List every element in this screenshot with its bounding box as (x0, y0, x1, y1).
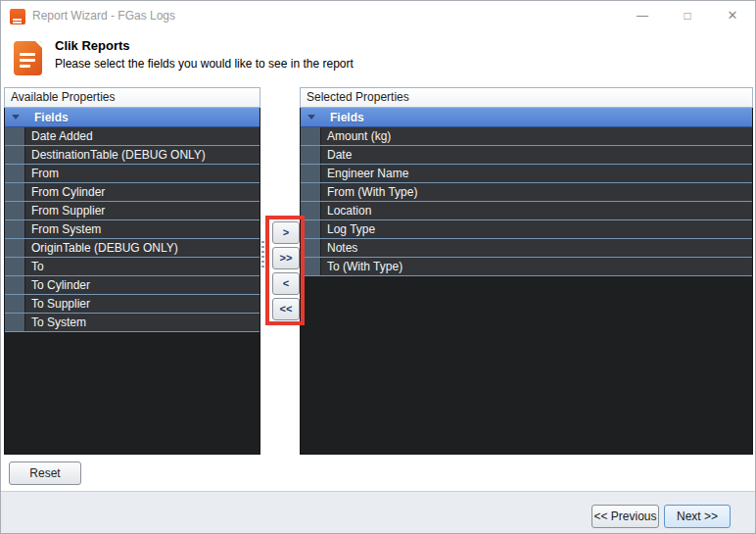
list-item[interactable]: Engineer Name (301, 165, 752, 183)
empty-area (301, 276, 752, 454)
maximize-button[interactable]: □ (665, 1, 710, 30)
next-button[interactable]: Next >> (664, 505, 731, 528)
page-subtitle: Please select the fields you would like … (55, 57, 354, 71)
report-document-icon (14, 41, 42, 75)
list-item[interactable]: OriginTable (DEBUG ONLY) (5, 239, 260, 258)
list-item[interactable]: Notes (301, 239, 752, 258)
fields-group-row[interactable]: Fields (5, 108, 260, 127)
move-right-button[interactable]: > (272, 221, 300, 244)
transfer-buttons: > >> < << (272, 221, 300, 320)
list-item[interactable]: From System (5, 220, 260, 239)
list-item[interactable]: To (5, 258, 260, 276)
move-all-right-button[interactable]: >> (272, 247, 300, 269)
wizard-header: Clik Reports Please select the fields yo… (1, 30, 755, 85)
minimize-button[interactable]: — (620, 1, 665, 30)
list-item[interactable]: To Cylinder (5, 276, 260, 295)
page-title: Clik Reports (55, 38, 130, 53)
empty-area (5, 332, 260, 454)
list-item[interactable]: From (5, 165, 260, 183)
list-item[interactable]: Date (301, 146, 752, 165)
available-properties-panel: Available Properties Fields Date Added D… (4, 87, 260, 455)
list-item[interactable]: To System (5, 314, 260, 332)
previous-button[interactable]: << Previous (591, 505, 659, 528)
group-label: Fields (321, 111, 364, 124)
list-item[interactable]: From Cylinder (5, 183, 260, 202)
splitter-grip[interactable] (261, 241, 264, 269)
app-logo-icon (10, 9, 25, 24)
available-properties-list: Fields Date Added DestinationTable (DEBU… (4, 108, 260, 455)
selected-properties-panel: Selected Properties Fields Amount (kg) D… (300, 87, 753, 455)
available-properties-header: Available Properties (4, 87, 260, 108)
list-item[interactable]: Location (301, 202, 752, 220)
list-item[interactable]: Amount (kg) (301, 127, 752, 146)
list-item[interactable]: Log Type (301, 220, 752, 239)
reset-button[interactable]: Reset (9, 461, 81, 485)
selected-properties-header: Selected Properties (300, 87, 753, 108)
fields-group-row[interactable]: Fields (301, 108, 752, 127)
window-controls: — □ ✕ (620, 1, 755, 30)
titlebar: Report Wizard - FGas Logs — □ ✕ (1, 1, 755, 30)
list-item[interactable]: From (With Type) (301, 183, 752, 202)
group-label: Fields (25, 111, 69, 124)
chevron-down-icon (5, 115, 25, 120)
folded-corner (34, 41, 42, 49)
move-all-left-button[interactable]: << (272, 298, 300, 320)
list-item[interactable]: From Supplier (5, 202, 260, 220)
window-title: Report Wizard - FGas Logs (32, 9, 175, 23)
close-button[interactable]: ✕ (710, 1, 755, 30)
list-item[interactable]: To Supplier (5, 295, 260, 314)
list-item[interactable]: To (With Type) (301, 258, 752, 276)
list-item[interactable]: DestinationTable (DEBUG ONLY) (5, 146, 260, 165)
report-wizard-window: Report Wizard - FGas Logs — □ ✕ Clik Rep… (0, 0, 756, 534)
list-item[interactable]: Date Added (5, 127, 260, 146)
selected-properties-list: Fields Amount (kg) Date Engineer Name Fr… (300, 108, 753, 455)
move-left-button[interactable]: < (272, 272, 300, 295)
chevron-down-icon (301, 115, 321, 120)
